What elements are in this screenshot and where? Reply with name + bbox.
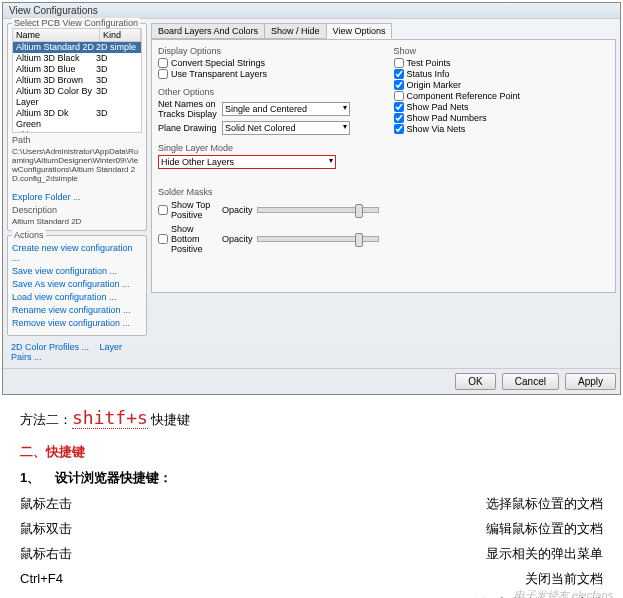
view-configurations-dialog: View Configurations Select PCB View Conf… — [2, 2, 621, 395]
path-value: C:\Users\Administrator\AppData\Roaming\A… — [12, 147, 142, 183]
watermark: 电子发烧友 elecfans — [514, 584, 613, 598]
tab[interactable]: Show / Hide — [264, 23, 327, 39]
show-option-check[interactable]: Show Pad Numbers — [394, 113, 610, 123]
color-profiles-link[interactable]: 2D Color Profiles ... — [11, 342, 89, 352]
config-list-row[interactable]: Altium 3D Lt Green3D — [13, 130, 141, 133]
shortcut-row: 鼠标左击选择鼠标位置的文档 — [20, 493, 603, 515]
show-option-check[interactable]: Show Via Nets — [394, 124, 610, 134]
plane-drawing-combo[interactable]: Solid Net Colored — [222, 121, 350, 135]
action-link[interactable]: Remove view configuration ... — [12, 318, 142, 328]
select-config-group: Select PCB View Configuration Name Kind … — [7, 23, 147, 231]
show-option-check[interactable]: Test Points — [394, 58, 610, 68]
action-link[interactable]: Save As view configuration ... — [12, 279, 142, 289]
config-list-row[interactable]: Altium 3D Color By Layer3D — [13, 86, 141, 108]
config-list-row[interactable]: Altium 3D Brown3D — [13, 75, 141, 86]
cancel-button[interactable]: Cancel — [502, 373, 559, 390]
show-option-check[interactable]: Origin Marker — [394, 80, 610, 90]
description-value: Altium Standard 2D — [12, 217, 142, 226]
top-opacity-slider[interactable] — [257, 207, 379, 213]
shortcut-row: 鼠标双击编辑鼠标位置的文档 — [20, 518, 603, 540]
action-link[interactable]: Save view configuration ... — [12, 266, 142, 276]
section-heading: 二、快捷键 — [20, 441, 603, 463]
display-option-check[interactable]: Use Transparent Layers — [158, 69, 374, 79]
bottom-links: 2D Color Profiles ... Layer Pairs ... — [7, 340, 147, 364]
action-link[interactable]: Rename view configuration ... — [12, 305, 142, 315]
show-bottom-positive-check[interactable]: Show Bottom Positive — [158, 224, 218, 254]
config-list-header: Name Kind — [12, 28, 142, 42]
action-link[interactable]: Create new view configuration ... — [12, 243, 142, 263]
button-bar: OK Cancel Apply — [3, 368, 620, 394]
dialog-title: View Configurations — [3, 3, 620, 19]
tab[interactable]: View Options — [326, 23, 393, 39]
display-option-check[interactable]: Convert Special Strings — [158, 58, 374, 68]
config-list-row[interactable]: Altium 3D Black3D — [13, 53, 141, 64]
config-list-row[interactable]: Altium 3D Blue3D — [13, 64, 141, 75]
config-list-row[interactable]: Altium Standard 2D2D simple — [13, 42, 141, 53]
article-text: 方法二：shitf+s 快捷键 二、快捷键 1、 设计浏览器快捷键： 鼠标左击选… — [0, 397, 623, 598]
ok-button[interactable]: OK — [455, 373, 495, 390]
actions-group: Actions Create new view configuration ..… — [7, 235, 147, 336]
show-top-positive-check[interactable]: Show Top Positive — [158, 200, 218, 220]
net-names-combo[interactable]: Single and Centered — [222, 102, 350, 116]
config-list-row[interactable]: Altium 3D Dk Green3D — [13, 108, 141, 130]
shortcut-text: shitf+s — [72, 407, 148, 429]
single-layer-combo[interactable]: Hide Other Layers — [158, 155, 336, 169]
config-list[interactable]: Altium Standard 2D2D simpleAltium 3D Bla… — [12, 42, 142, 133]
tab[interactable]: Board Layers And Colors — [151, 23, 265, 39]
show-option-check[interactable]: Component Reference Point — [394, 91, 610, 101]
apply-button[interactable]: Apply — [565, 373, 616, 390]
show-option-check[interactable]: Show Pad Nets — [394, 102, 610, 112]
bottom-opacity-slider[interactable] — [257, 236, 379, 242]
explore-folder-link[interactable]: Explore Folder ... — [12, 192, 142, 202]
tabs: Board Layers And ColorsShow / HideView O… — [151, 23, 616, 39]
action-link[interactable]: Load view configuration ... — [12, 292, 142, 302]
show-option-check[interactable]: Status Info — [394, 69, 610, 79]
view-options-tab-content: Display Options Convert Special StringsU… — [151, 39, 616, 293]
shortcut-row: 鼠标右击显示相关的弹出菜单 — [20, 543, 603, 565]
